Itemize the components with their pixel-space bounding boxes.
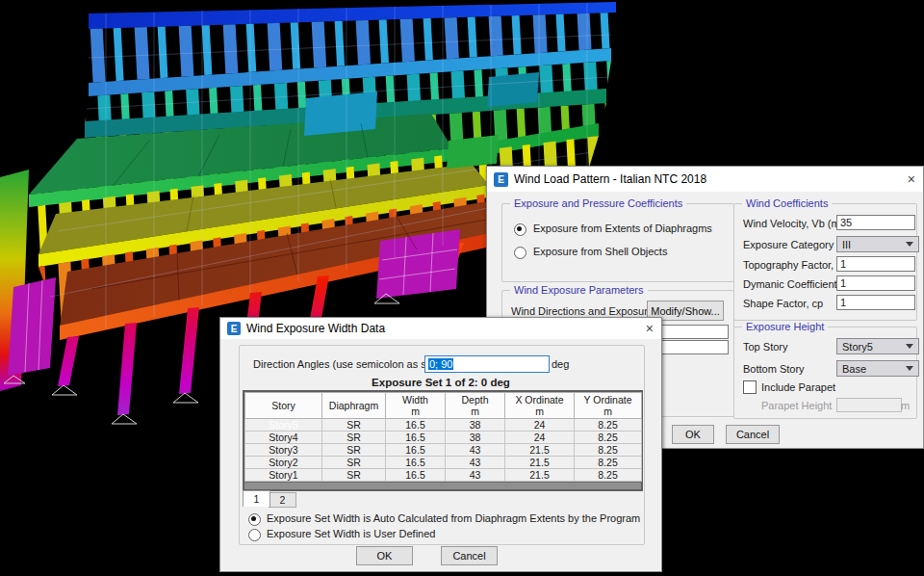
tab-set-2[interactable]: 2 <box>269 492 296 508</box>
parapet-height-input <box>836 398 902 412</box>
wind-velocity-label: Wind Velocity, Vb (m/s) <box>743 218 852 229</box>
etabs-app-icon: E <box>494 172 508 187</box>
dynamic-coefficient-input[interactable]: 1 <box>836 275 915 291</box>
close-icon[interactable]: × <box>908 167 915 192</box>
exposure-category-label: Exposure Category <box>743 239 834 250</box>
radio-width-user-label: Exposure Set Width is User Defined <box>267 528 435 539</box>
tab-set-1[interactable]: 1 <box>243 490 270 507</box>
shape-factor-input[interactable]: 1 <box>836 295 915 310</box>
exposure-height-group-label: Exposure Height <box>742 321 828 332</box>
col-header-depth: Depthm <box>446 393 505 419</box>
radio-exposure-shell[interactable] <box>514 247 526 259</box>
col-header-diaphragm: Diaphragm <box>322 393 386 419</box>
etabs-app-icon: E <box>227 322 241 335</box>
cancel-button[interactable]: Cancel <box>726 425 780 444</box>
col-header-x-ordinate: X Ordinatem <box>505 393 575 419</box>
include-parapet-label: Include Parapet <box>761 381 835 393</box>
ok-button[interactable]: OK <box>672 425 714 444</box>
table-hscrollbar[interactable] <box>244 482 641 489</box>
direction-angles-unit: deg <box>552 358 569 370</box>
top-story-label: Top Story <box>743 341 787 353</box>
exposure-pressure-group: Exposure and Pressure Coefficients <box>501 203 734 282</box>
chevron-down-icon <box>906 242 913 247</box>
exposure-pressure-group-label: Exposure and Pressure Coefficients <box>510 197 686 209</box>
ok-button[interactable]: OK <box>356 546 413 565</box>
radio-exposure-diaphragms-label: Exposure from Extents of Diaphragms <box>533 223 712 234</box>
table-row[interactable]: Story1SR 16.543 21.58.25 <box>245 469 642 482</box>
bottom-story-label: Bottom Story <box>743 363 805 375</box>
radio-exposure-shell-label: Exposure from Shell Objects <box>533 246 667 257</box>
radio-exposure-diaphragms[interactable] <box>514 223 526 236</box>
wind-load-dialog-title: Wind Load Pattern - Italian NTC 2018 <box>514 172 706 186</box>
parapet-height-label: Parapet Height <box>761 400 832 411</box>
col-header-story: Story <box>245 393 322 419</box>
chevron-down-icon <box>906 366 913 371</box>
parapet-height-unit: m <box>901 400 910 411</box>
table-header-row: Story Diaphragm Widthm Depthm X Ordinate… <box>245 393 642 419</box>
radio-width-auto-label: Exposure Set Width is Auto Calculated fr… <box>267 512 640 524</box>
cancel-button[interactable]: Cancel <box>441 546 498 565</box>
exposure-set-heading: Exposure Set 1 of 2: 0 deg <box>239 377 643 388</box>
col-header-width: Widthm <box>386 393 446 419</box>
shape-factor-label: Shape Factor, cp <box>743 298 823 309</box>
wind-exposure-width-dialog: E Wind Exposure Width Data × Direction A… <box>219 317 662 572</box>
col-header-y-ordinate: Y Ordinatem <box>575 393 642 419</box>
close-icon[interactable]: × <box>646 318 654 339</box>
exposure-width-table[interactable]: Story Diaphragm Widthm Depthm X Ordinate… <box>243 390 643 491</box>
direction-angles-input[interactable]: 0; 90 <box>424 355 550 373</box>
include-parapet-checkbox[interactable] <box>743 380 757 394</box>
topography-factor-input[interactable]: 1 <box>836 256 915 272</box>
wind-velocity-input[interactable]: 35 <box>836 215 915 230</box>
screenshot-stage: E Wind Load Pattern - Italian NTC 2018 ×… <box>0 0 924 576</box>
table-row[interactable]: Story3SR 16.543 21.58.25 <box>245 444 642 457</box>
table-row[interactable]: Story2SR 16.543 21.58.25 <box>245 457 642 469</box>
wind-load-titlebar[interactable]: E Wind Load Pattern - Italian NTC 2018 × <box>487 167 923 193</box>
chevron-down-icon <box>906 344 913 349</box>
wind-exposure-dialog-title: Wind Exposure Width Data <box>246 322 385 335</box>
bottom-story-select[interactable]: Base <box>836 360 919 377</box>
wind-exposure-titlebar[interactable]: E Wind Exposure Width Data × <box>220 318 661 340</box>
radio-width-auto[interactable] <box>248 513 261 526</box>
topography-factor-label: Topography Factor, ct <box>743 259 845 271</box>
wind-exposure-parameters-label: Wind Exposure Parameters <box>510 284 648 296</box>
direction-angles-value: 0; 90 <box>428 358 453 370</box>
wind-coefficients-group-label: Wind Coefficients <box>742 197 832 209</box>
radio-width-user[interactable] <box>248 529 261 541</box>
exposure-category-select[interactable]: III <box>836 236 919 252</box>
top-story-select[interactable]: Story5 <box>836 338 919 354</box>
table-row[interactable]: Story5SR 16.538 248.25 <box>245 419 642 432</box>
table-row[interactable]: Story4SR 16.538 248.25 <box>245 432 642 444</box>
